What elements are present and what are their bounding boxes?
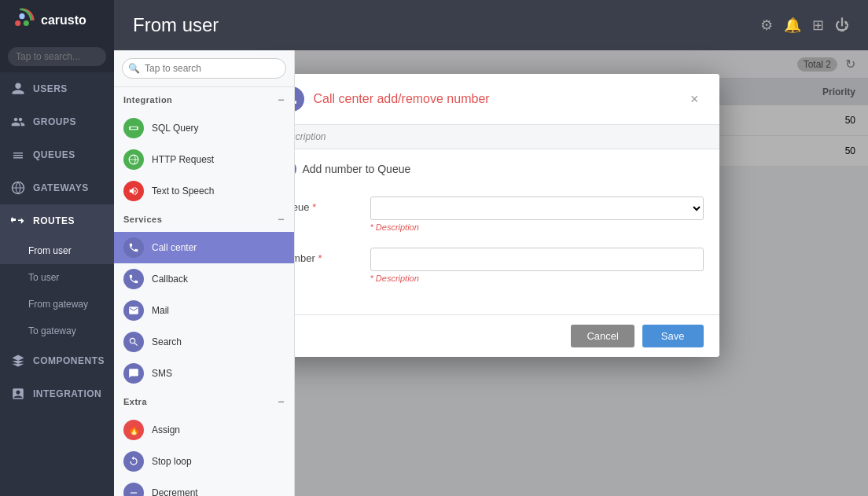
number-required-marker: * (318, 252, 322, 264)
comp-item-search[interactable]: Search (114, 326, 294, 358)
groups-icon (11, 115, 25, 129)
gateways-icon (11, 181, 25, 195)
comp-item-callback[interactable]: Callback (114, 263, 294, 295)
number-form-row: Number * * Description (279, 248, 704, 283)
section-header-integration[interactable]: Integration − (114, 87, 294, 112)
cancel-button[interactable]: Cancel (571, 325, 634, 347)
collapse-integration-icon[interactable]: − (278, 94, 285, 106)
svg-point-1 (9, 9, 31, 31)
search-icon: 🔍 (128, 63, 140, 74)
power-icon[interactable]: ⏻ (835, 17, 849, 34)
modal-dialog: Call center add/remove number × Descript… (263, 74, 719, 357)
modal-body: Queue * * Description Number * (263, 189, 719, 314)
collapse-services-icon[interactable]: − (278, 213, 285, 226)
queue-form-row: Queue * * Description (279, 197, 704, 232)
stop-loop-icon (123, 451, 144, 472)
sidebar-nav: USERS GROUPS QUEUES GATEWAYS ROUTES From… (0, 72, 114, 496)
collapse-extra-icon[interactable]: − (278, 395, 285, 408)
comp-item-tts[interactable]: Text to Speech (114, 175, 294, 207)
sql-icon (123, 118, 144, 138)
modal-footer: Cancel Save (263, 314, 719, 357)
comp-item-stop-loop[interactable]: Stop loop (114, 446, 294, 477)
page-title: From user (133, 14, 219, 36)
svg-point-2 (19, 13, 24, 19)
component-search-area: 🔍 (114, 50, 294, 87)
svg-point-4 (24, 20, 29, 26)
sidebar-item-queues[interactable]: QUEUES (0, 138, 114, 171)
settings-icon[interactable]: ⚙ (760, 17, 773, 34)
modal-close-button[interactable]: × (686, 90, 704, 109)
modal-section-header: ‹ Add number to Queue (263, 149, 719, 189)
decrement-icon (123, 483, 144, 496)
comp-item-assign[interactable]: 🔥 Assign (114, 414, 294, 446)
routes-icon (11, 214, 25, 228)
comp-item-decrement[interactable]: Decrement (114, 477, 294, 496)
queue-field-wrap: * Description (370, 197, 704, 232)
users-icon (11, 82, 25, 96)
right-panel: Total 2 ↻ Priority 50 50 (114, 50, 868, 496)
queue-required-marker: * (312, 201, 316, 213)
save-button[interactable]: Save (642, 325, 704, 347)
modal-overlay: 🔍 Integration − SQL Query (114, 50, 868, 496)
sidebar-item-components[interactable]: COMPONENTS (0, 344, 114, 377)
component-panel: 🔍 Integration − SQL Query (114, 50, 295, 496)
modal-description-bar: Description (263, 125, 719, 149)
comp-item-http-request[interactable]: HTTP Request (114, 144, 294, 175)
logo-icon (9, 8, 35, 33)
route-to-user[interactable]: To user (0, 264, 114, 291)
component-search-input[interactable] (122, 58, 286, 79)
comp-item-sms[interactable]: SMS (114, 358, 294, 389)
number-field-desc: * Description (370, 274, 704, 283)
sidebar-item-gateways[interactable]: GATEWAYS (0, 171, 114, 204)
search-comp-icon (123, 332, 144, 352)
sidebar-item-integration[interactable]: INTEGRATION (0, 377, 114, 410)
route-from-user[interactable]: From user (0, 237, 114, 264)
sidebar: carusto USERS GROUPS QUEUES GATEWAYS ROU… (0, 0, 114, 496)
comp-item-call-center[interactable]: Call center (114, 232, 294, 263)
search-wrap: 🔍 (122, 58, 286, 79)
comp-item-mail[interactable]: Mail (114, 295, 294, 326)
logo-text: carusto (41, 13, 86, 28)
number-input[interactable] (370, 248, 704, 271)
route-to-gateway[interactable]: To gateway (0, 318, 114, 344)
modal-header: Call center add/remove number × (263, 74, 719, 125)
components-icon (11, 354, 25, 368)
call-center-icon (123, 237, 144, 258)
number-field-wrap: * Description (370, 248, 704, 283)
routes-subnav: From user To user From gateway To gatewa… (0, 237, 114, 344)
sidebar-search-area (0, 41, 114, 72)
sidebar-item-users[interactable]: USERS (0, 72, 114, 105)
mail-icon (123, 300, 144, 321)
modal-title: Call center add/remove number (314, 92, 676, 106)
sms-icon (123, 363, 144, 384)
header-icons: ⚙ 🔔 ⊞ ⏻ (760, 17, 849, 34)
main-header: From user ⚙ 🔔 ⊞ ⏻ (114, 0, 868, 50)
logo-area: carusto (0, 0, 114, 41)
section-header-services[interactable]: Services − (114, 207, 294, 232)
notifications-icon[interactable]: 🔔 (784, 17, 801, 34)
section-header-extra[interactable]: Extra − (114, 389, 294, 414)
sidebar-item-routes[interactable]: ROUTES (0, 204, 114, 237)
sidebar-search-input[interactable] (8, 47, 106, 66)
queues-icon (11, 148, 25, 162)
callback-icon (123, 269, 144, 289)
comp-item-sql-query[interactable]: SQL Query (114, 112, 294, 144)
tts-icon (123, 181, 144, 201)
sidebar-item-groups[interactable]: GROUPS (0, 105, 114, 138)
queue-field-desc: * Description (370, 222, 704, 232)
svg-point-3 (15, 20, 20, 26)
route-from-gateway[interactable]: From gateway (0, 291, 114, 318)
apps-icon[interactable]: ⊞ (812, 17, 824, 34)
queue-select[interactable] (370, 197, 704, 220)
http-icon (123, 149, 144, 170)
svg-point-0 (11, 9, 33, 31)
integration-icon (11, 387, 25, 401)
main-area: From user ⚙ 🔔 ⊞ ⏻ Total 2 ↻ Priority 50 (114, 0, 868, 496)
assign-icon: 🔥 (123, 420, 144, 440)
